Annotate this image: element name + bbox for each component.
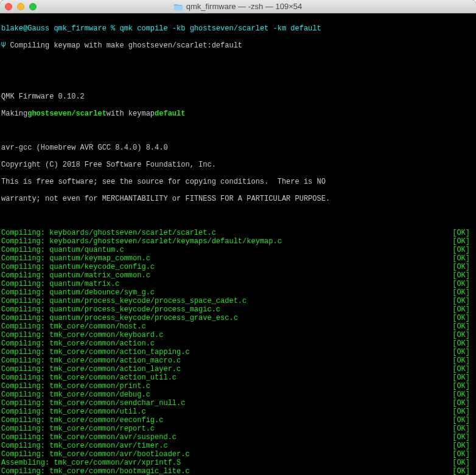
gcc-line: warranty; not even for MERCHANTABILITY o… xyxy=(1,195,475,203)
window-buttons xyxy=(0,3,37,10)
compile-line: Compiling: tmk_core/common/action_tappin… xyxy=(1,348,475,356)
compile-line: Compiling: quantum/process_keycode/proce… xyxy=(1,314,475,322)
compile-line: Compiling: tmk_core/common/host.c[OK] xyxy=(1,322,475,331)
prompt-line: blake@Gauss qmk_firmware % qmk compile -… xyxy=(1,24,475,33)
status-ok: [OK] xyxy=(452,433,475,442)
gcc-line: Copyright (C) 2018 Free Software Foundat… xyxy=(1,161,475,169)
status-ok: [OK] xyxy=(452,467,475,475)
compile-line: Compiling: keyboards/ghostseven/scarlet/… xyxy=(1,237,475,246)
compile-line: Assembling: tmk_core/common/avr/xprintf.… xyxy=(1,459,475,467)
compile-line: Compiling: quantum/matrix.c[OK] xyxy=(1,280,475,288)
compile-line: Compiling: quantum/matrix_common.c[OK] xyxy=(1,271,475,280)
minimize-icon[interactable] xyxy=(17,3,24,10)
compile-line: Compiling: keyboards/ghostseven/scarlet/… xyxy=(1,229,475,237)
compile-line: Compiling: quantum/keycode_config.c[OK] xyxy=(1,263,475,271)
compile-line: Compiling: quantum/keymap_common.c[OK] xyxy=(1,254,475,263)
gcc-line: This is free software; see the source fo… xyxy=(1,178,475,186)
compile-line: Compiling: tmk_core/common/sendchar_null… xyxy=(1,399,475,407)
status-ok: [OK] xyxy=(452,263,475,271)
compile-line: Compiling: quantum/debounce/sym_g.c[OK] xyxy=(1,288,475,297)
compile-line: Compiling: tmk_core/common/action_macro.… xyxy=(1,356,475,365)
status-ok: [OK] xyxy=(452,305,475,314)
status-ok: [OK] xyxy=(452,442,475,450)
making-line: Making ghostseven/scarlet with keymap de… xyxy=(1,109,475,118)
status-ok: [OK] xyxy=(452,450,475,459)
status-ok: [OK] xyxy=(452,425,475,433)
version-line: QMK Firmware 0.10.2 xyxy=(1,92,475,101)
compile-line: Compiling: tmk_core/common/action_layer.… xyxy=(1,365,475,373)
status-ok: [OK] xyxy=(452,229,475,237)
status-ok: [OK] xyxy=(452,288,475,297)
status-ok: [OK] xyxy=(452,314,475,322)
status-ok: [OK] xyxy=(452,459,475,467)
status-ok: [OK] xyxy=(452,331,475,339)
compile-line: Compiling: tmk_core/common/util.c[OK] xyxy=(1,407,475,416)
terminal-content[interactable]: blake@Gauss qmk_firmware % qmk compile -… xyxy=(0,13,476,475)
window-title-text: qmk_firmware — -zsh — 109×54 xyxy=(186,2,302,11)
make-line: Ψ Compiling keymap with make ghostseven/… xyxy=(1,41,475,50)
window-title: qmk_firmware — -zsh — 109×54 xyxy=(0,2,476,11)
status-ok: [OK] xyxy=(452,280,475,288)
titlebar[interactable]: qmk_firmware — -zsh — 109×54 xyxy=(0,0,476,13)
compile-line: Compiling: tmk_core/common/bootmagic_lit… xyxy=(1,467,475,475)
compile-line: Compiling: tmk_core/common/report.c[OK] xyxy=(1,425,475,433)
compile-line: Compiling: tmk_core/common/avr/timer.c[O… xyxy=(1,442,475,450)
compile-line: Compiling: tmk_core/common/eeconfig.c[OK… xyxy=(1,416,475,425)
terminal-window: qmk_firmware — -zsh — 109×54 blake@Gauss… xyxy=(0,0,476,475)
status-ok: [OK] xyxy=(452,348,475,356)
compile-line: Compiling: tmk_core/common/avr/bootloade… xyxy=(1,450,475,459)
compile-line: Compiling: quantum/process_keycode/proce… xyxy=(1,305,475,314)
status-ok: [OK] xyxy=(452,390,475,399)
compile-line: Compiling: tmk_core/common/avr/suspend.c… xyxy=(1,433,475,442)
compile-line: Compiling: tmk_core/common/action_util.c… xyxy=(1,373,475,382)
maximize-icon[interactable] xyxy=(29,3,37,10)
status-ok: [OK] xyxy=(452,246,475,254)
compile-line: Compiling: tmk_core/common/action.c[OK] xyxy=(1,339,475,348)
status-ok: [OK] xyxy=(452,416,475,425)
compile-line: Compiling: tmk_core/common/debug.c[OK] xyxy=(1,390,475,399)
close-icon[interactable] xyxy=(5,3,12,10)
status-ok: [OK] xyxy=(452,237,475,246)
status-ok: [OK] xyxy=(452,373,475,382)
compile-line: Compiling: quantum/quantum.c[OK] xyxy=(1,246,475,254)
status-ok: [OK] xyxy=(452,365,475,373)
status-ok: [OK] xyxy=(452,399,475,407)
compile-line: Compiling: tmk_core/common/print.c[OK] xyxy=(1,382,475,390)
status-ok: [OK] xyxy=(452,407,475,416)
folder-icon xyxy=(174,3,183,10)
status-ok: [OK] xyxy=(452,271,475,280)
status-ok: [OK] xyxy=(452,356,475,365)
status-ok: [OK] xyxy=(452,339,475,348)
status-ok: [OK] xyxy=(452,382,475,390)
compile-line: Compiling: tmk_core/common/keyboard.c[OK… xyxy=(1,331,475,339)
status-ok: [OK] xyxy=(452,297,475,305)
compile-line: Compiling: quantum/process_keycode/proce… xyxy=(1,297,475,305)
status-ok: [OK] xyxy=(452,322,475,331)
status-ok: [OK] xyxy=(452,254,475,263)
gcc-line: avr-gcc (Homebrew AVR GCC 8.4.0) 8.4.0 xyxy=(1,144,475,152)
